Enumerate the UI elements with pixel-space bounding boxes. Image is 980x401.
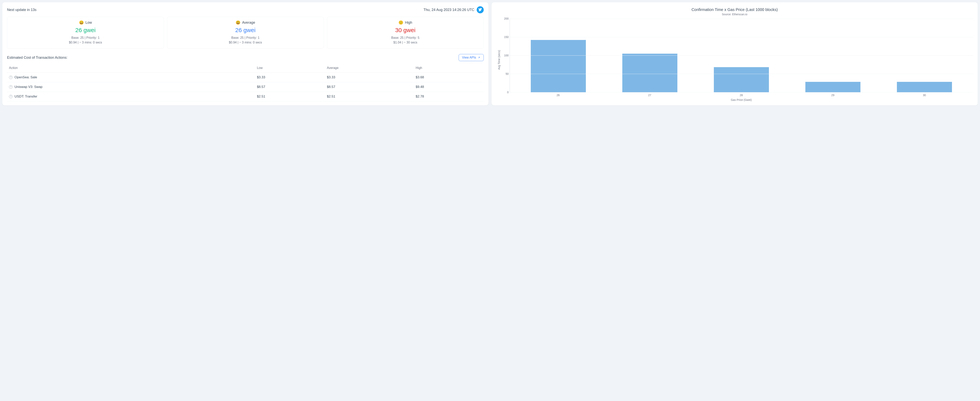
gas-low-label: Low: [86, 21, 92, 25]
plot-area: 050100150200: [510, 19, 973, 92]
gas-avg-value: 26 gwei: [169, 27, 321, 33]
emoji-avg-icon: 😃: [235, 20, 240, 25]
x-tick-label: 30: [923, 94, 926, 97]
gridline: [510, 74, 973, 74]
cell-avg: $2.51: [325, 92, 414, 101]
bar: [714, 67, 769, 92]
col-high: High: [414, 63, 484, 73]
action-cell: ?OpenSea: Sale: [9, 75, 253, 79]
x-tick-label: 29: [831, 94, 834, 97]
y-tick-label: 50: [501, 72, 509, 75]
x-axis-label: Gas Price (Gwei): [510, 98, 973, 101]
x-tick-label: 26: [557, 94, 560, 97]
timestamp-text: Thu, 24 Aug 2023 14:26:26 UTC: [423, 8, 474, 12]
gas-cards: 😄 Low 26 gwei Base: 25 | Priority: 1 $0.…: [7, 17, 484, 49]
gas-low-value: 26 gwei: [9, 27, 162, 33]
view-apis-button[interactable]: View APIs: [459, 54, 484, 61]
x-tick-label: 28: [740, 94, 743, 97]
gas-low-base: Base: 25 | Priority: 1: [9, 35, 162, 40]
y-tick-label: 0: [501, 91, 509, 94]
gas-avg-base: Base: 25 | Priority: 1: [169, 35, 321, 40]
col-action: Action: [7, 63, 255, 73]
action-cell: ?USDT: Transfer: [9, 95, 253, 98]
bar: [622, 54, 677, 92]
table-row: ?Uniswap V3: Swap$8.57$8.57$9.48: [7, 82, 484, 92]
twitter-icon[interactable]: [477, 6, 484, 13]
action-cell: ?Uniswap V3: Swap: [9, 85, 253, 89]
y-tick-label: 200: [501, 17, 509, 20]
chart-area: Avg Time (secs) 050100150200 2627282930 …: [496, 19, 973, 101]
gas-card-average: 😃 Average 26 gwei Base: 25 | Priority: 1…: [167, 17, 324, 49]
gas-card-low: 😄 Low 26 gwei Base: 25 | Priority: 1 $0.…: [7, 17, 164, 49]
gas-avg-label: Average: [242, 21, 255, 25]
cell-high: $2.78: [414, 92, 484, 101]
y-tick-label: 100: [501, 54, 509, 57]
table-header-row: Estimated Cost of Transaction Actions: V…: [7, 54, 484, 61]
x-tick-label: 27: [648, 94, 651, 97]
y-axis-label: Avg Time (secs): [496, 50, 502, 70]
x-tick-labels: 2627282930: [510, 92, 973, 97]
cell-low: $2.51: [255, 92, 325, 101]
chart-subtitle: Source: Etherscan.io: [722, 13, 747, 16]
gridline: [510, 37, 973, 37]
cost-table: Action Low Average High ?OpenSea: Sale$3…: [7, 63, 484, 101]
action-name: USDT: Transfer: [14, 95, 37, 98]
cell-avg: $8.57: [325, 82, 414, 92]
gas-high-label: High: [405, 21, 412, 25]
gas-low-cost: $0.94 | ~ 3 mins: 0 secs: [9, 40, 162, 45]
header-row: Next update in 13s Thu, 24 Aug 2023 14:2…: [7, 6, 484, 13]
bar: [897, 82, 952, 92]
cell-high: $9.48: [414, 82, 484, 92]
help-icon[interactable]: ?: [9, 85, 13, 89]
bar: [531, 40, 585, 92]
gas-avg-cost: $0.94 | ~ 3 mins: 0 secs: [169, 40, 321, 45]
action-name: OpenSea: Sale: [14, 75, 37, 79]
header-right: Thu, 24 Aug 2023 14:26:26 UTC: [423, 6, 484, 13]
help-icon[interactable]: ?: [9, 95, 13, 98]
next-update-text: Next update in 13s: [7, 8, 37, 12]
cell-low: $8.57: [255, 82, 325, 92]
table-title: Estimated Cost of Transaction Actions:: [7, 55, 67, 60]
col-avg: Average: [325, 63, 414, 73]
action-name: Uniswap V3: Swap: [14, 85, 43, 89]
bar: [805, 82, 860, 92]
table-row: ?OpenSea: Sale$3.33$3.33$3.68: [7, 73, 484, 82]
gas-high-base: Base: 25 | Priority: 5: [329, 35, 482, 40]
chart-panel: Confirmation Time x Gas Price (Last 1000…: [492, 2, 978, 105]
emoji-low-icon: 😄: [79, 20, 84, 25]
view-apis-label: View APIs: [462, 56, 476, 59]
cell-low: $3.33: [255, 73, 325, 82]
gas-high-cost: $1.04 | ~ 30 secs: [329, 40, 482, 45]
gas-high-value: 30 gwei: [329, 27, 482, 33]
emoji-high-icon: 🙂: [398, 20, 403, 25]
help-icon[interactable]: ?: [9, 76, 13, 79]
chart-body: 050100150200 2627282930 Gas Price (Gwei): [502, 19, 973, 101]
gas-card-high: 🙂 High 30 gwei Base: 25 | Priority: 5 $1…: [327, 17, 484, 49]
gas-tracker-panel: Next update in 13s Thu, 24 Aug 2023 14:2…: [2, 2, 488, 105]
y-tick-label: 150: [501, 35, 509, 38]
chart-title: Confirmation Time x Gas Price (Last 1000…: [692, 8, 778, 12]
col-low: Low: [255, 63, 325, 73]
cell-high: $3.68: [414, 73, 484, 82]
table-row: ?USDT: Transfer$2.51$2.51$2.78: [7, 92, 484, 101]
external-link-icon: [478, 56, 480, 59]
cell-avg: $3.33: [325, 73, 414, 82]
